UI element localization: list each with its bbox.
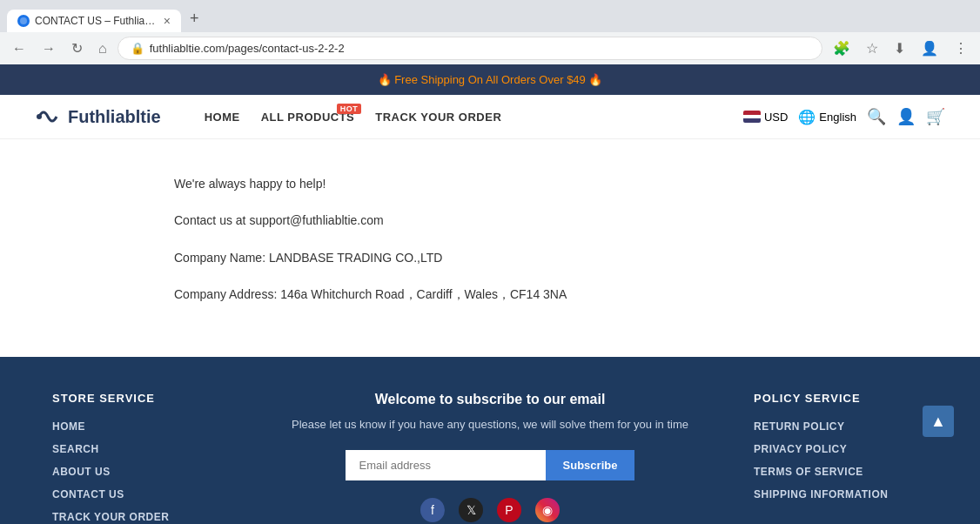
currency-selector[interactable]: USD: [743, 111, 788, 124]
terms-of-service-link[interactable]: TERMS OF SERVICE: [754, 466, 928, 478]
subscribe-text: Please let us know if you have any quest…: [279, 416, 701, 433]
nav-home-link[interactable]: HOME: [205, 111, 240, 124]
banner-text: 🔥 Free Shipping On All Orders Over $49 🔥: [378, 73, 603, 86]
subscribe-button[interactable]: Subscribe: [546, 450, 635, 480]
nav-track-order-link[interactable]: TRACK YOUR ORDER: [375, 111, 501, 124]
footer-columns: STORE SERVICE HOME SEARCH ABOUT US CONTA…: [52, 392, 928, 524]
main-content: We're always happy to help! Contact us a…: [0, 139, 980, 357]
active-tab[interactable]: CONTACT US – Futhliabltie ×: [7, 10, 181, 32]
contact-line3: Company Name: LANDBASE TRADING CO.,LTD: [174, 248, 806, 267]
nav-right: USD 🌐 English 🔍 👤 🛒: [743, 107, 945, 126]
search-button[interactable]: 🔍: [867, 107, 886, 126]
shipping-info-link[interactable]: SHIPPING INFORMATION: [754, 488, 928, 500]
address-bar[interactable]: 🔒 futhliabltie.com/pages/contact-us-2-2-…: [117, 37, 822, 60]
store-service-column: STORE SERVICE HOME SEARCH ABOUT US CONTA…: [52, 392, 226, 524]
tab-favicon: [17, 15, 30, 27]
url-text: futhliabltie.com/pages/contact-us-2-2-2: [150, 42, 809, 55]
contact-line2: Contact us at support@futhliabltie.com: [174, 211, 806, 230]
cart-button[interactable]: 🛒: [926, 107, 945, 126]
tabs-row: CONTACT US – Futhliabltie × +: [7, 5, 973, 32]
navigation: Futhliabltie HOME ALL PRODUCTS HOT TRACK…: [0, 95, 980, 139]
menu-button[interactable]: ⋮: [949, 37, 973, 60]
footer-track-link[interactable]: TRACK YOUR ORDER: [52, 511, 226, 523]
contact-line1: We're always happy to help!: [174, 174, 806, 193]
subscribe-title: Welcome to subscribe to our email: [279, 392, 701, 407]
new-tab-button[interactable]: +: [183, 5, 209, 32]
footer-about-link[interactable]: ABOUT US: [52, 466, 226, 478]
tab-title: CONTACT US – Futhliabltie: [35, 15, 158, 27]
browser-tab-bar: CONTACT US – Futhliabltie × +: [0, 0, 980, 32]
nav-all-products-link[interactable]: ALL PRODUCTS HOT: [261, 111, 355, 124]
footer-contact-link[interactable]: CONTACT US: [52, 488, 226, 500]
privacy-policy-link[interactable]: PRIVACY POLICY: [754, 443, 928, 455]
policy-service-title: POLICY SERVICE: [754, 392, 928, 405]
language-selector[interactable]: 🌐 English: [798, 109, 856, 125]
footer: STORE SERVICE HOME SEARCH ABOUT US CONTA…: [0, 357, 980, 524]
page-content: 🔥 Free Shipping On All Orders Over $49 🔥…: [0, 64, 980, 524]
extensions-button[interactable]: 🧩: [828, 37, 856, 60]
home-button[interactable]: ⌂: [93, 37, 112, 60]
email-input[interactable]: [346, 450, 546, 480]
scroll-to-top-button[interactable]: ▲: [923, 406, 954, 437]
footer-home-link[interactable]: HOME: [52, 420, 226, 433]
profile-button[interactable]: 👤: [916, 37, 943, 60]
instagram-icon[interactable]: ◉: [535, 498, 560, 522]
bookmark-button[interactable]: ☆: [861, 37, 883, 60]
return-policy-link[interactable]: RETURN POLICY: [754, 420, 928, 433]
twitter-x-icon[interactable]: 𝕏: [459, 498, 483, 522]
social-icons: f 𝕏 P ◉: [279, 498, 701, 522]
back-button[interactable]: ←: [7, 37, 31, 60]
downloads-button[interactable]: ⬇: [889, 37, 910, 60]
language-label: English: [819, 111, 856, 124]
logo[interactable]: Futhliabltie: [35, 104, 161, 130]
reload-button[interactable]: ↻: [66, 37, 88, 60]
browser-toolbar: ← → ↻ ⌂ 🔒 futhliabltie.com/pages/contact…: [0, 32, 980, 64]
footer-search-link[interactable]: SEARCH: [52, 443, 226, 455]
logo-icon: [35, 104, 61, 130]
pinterest-icon[interactable]: P: [497, 498, 521, 522]
facebook-icon[interactable]: f: [420, 498, 445, 522]
forward-button[interactable]: →: [37, 37, 61, 60]
svg-point-1: [37, 114, 42, 119]
top-banner: 🔥 Free Shipping On All Orders Over $49 🔥: [0, 64, 980, 95]
currency-label: USD: [764, 111, 788, 124]
close-tab-button[interactable]: ×: [164, 14, 171, 28]
nav-links: HOME ALL PRODUCTS HOT TRACK YOUR ORDER: [205, 111, 717, 124]
policy-service-column: POLICY SERVICE RETURN POLICY PRIVACY POL…: [754, 392, 928, 524]
logo-text: Futhliabltie: [68, 107, 161, 127]
subscribe-column: Welcome to subscribe to our email Please…: [261, 392, 719, 524]
email-row: Subscribe: [279, 450, 701, 480]
flag-icon: [743, 111, 761, 123]
account-button[interactable]: 👤: [896, 107, 916, 126]
globe-icon: 🌐: [798, 109, 816, 125]
store-service-title: STORE SERVICE: [52, 392, 226, 405]
svg-point-0: [20, 17, 27, 24]
contact-line4: Company Address: 146a Whitchurch Road，Ca…: [174, 285, 806, 304]
hot-badge: HOT: [337, 104, 362, 114]
browser-window: CONTACT US – Futhliabltie × + ← → ↻ ⌂ 🔒 …: [0, 0, 980, 64]
